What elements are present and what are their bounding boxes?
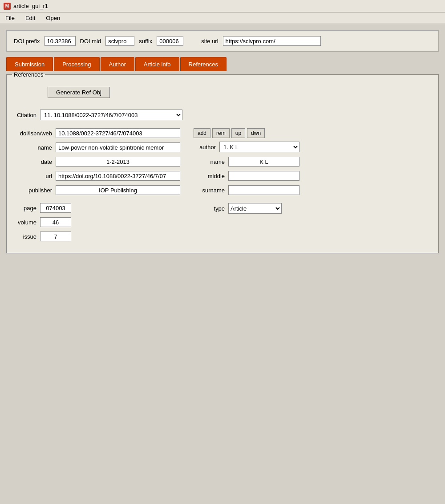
site-url-input[interactable] xyxy=(223,36,321,46)
generate-ref-btn[interactable]: Generate Ref Obj xyxy=(48,87,110,98)
references-panel: References Generate Ref Obj Citation 11.… xyxy=(6,71,439,253)
author-middle-label: middle xyxy=(198,173,225,179)
name-row: name xyxy=(12,142,180,152)
citation-select[interactable]: 11. 10.1088/0022-3727/46/7/074003 xyxy=(40,110,182,120)
tab-processing[interactable]: Processing xyxy=(54,57,99,71)
doi-isbn-web-row: doi/isbn/web xyxy=(12,128,180,138)
doi-prefix-input[interactable] xyxy=(44,36,76,46)
right-fields: add rem up dwn author 1. K L nam xyxy=(194,128,299,246)
author-surname-input[interactable] xyxy=(228,185,299,195)
publisher-row: publisher xyxy=(12,185,180,195)
menu-edit[interactable]: Edit xyxy=(24,14,37,22)
author-surname-label: surname xyxy=(198,187,225,194)
doi-mid-label: DOI mid xyxy=(80,38,101,45)
type-label: type xyxy=(198,205,225,212)
page-label: page xyxy=(12,205,36,211)
issue-label: issue xyxy=(12,233,36,240)
citation-label: Citation xyxy=(12,112,36,118)
url-label: url xyxy=(12,173,52,179)
up-btn[interactable]: up xyxy=(231,128,245,138)
volume-label: volume xyxy=(12,219,36,226)
publisher-label: publisher xyxy=(12,187,52,194)
site-url-label: site url xyxy=(201,38,218,45)
type-row: type Article Book Conference Other xyxy=(198,203,299,214)
doi-isbn-web-label: doi/isbn/web xyxy=(12,130,52,137)
suffix-label: suffix xyxy=(139,38,152,45)
doi-prefix-label: DOI prefix xyxy=(14,38,40,45)
menu-file[interactable]: File xyxy=(4,14,16,22)
menu-bar: File Edit Open xyxy=(0,12,445,24)
date-input[interactable] xyxy=(56,157,180,167)
rem-btn[interactable]: rem xyxy=(212,128,230,138)
doi-suffix-input[interactable] xyxy=(157,36,183,46)
date-label: date xyxy=(12,159,52,165)
page-input[interactable] xyxy=(40,203,71,213)
title-bar: M article_gui_r1 xyxy=(0,0,445,12)
tab-article-info[interactable]: Article info xyxy=(135,57,179,71)
bottom-fields: page volume issue xyxy=(12,203,180,241)
type-select[interactable]: Article Book Conference Other xyxy=(228,203,282,214)
tab-references[interactable]: References xyxy=(180,57,227,71)
tabs-row: Submission Processing Author Article inf… xyxy=(6,57,439,71)
volume-input[interactable] xyxy=(40,217,71,227)
url-row: url xyxy=(12,171,180,181)
author-label: author xyxy=(194,144,216,150)
issue-row: issue xyxy=(12,232,180,241)
author-middle-row: middle xyxy=(198,171,299,181)
date-row: date xyxy=(12,157,180,167)
author-controls: add rem up dwn xyxy=(194,128,299,138)
author-select[interactable]: 1. K L xyxy=(219,142,299,152)
doi-isbn-web-input[interactable] xyxy=(56,128,180,138)
publisher-input[interactable] xyxy=(56,185,180,195)
menu-open[interactable]: Open xyxy=(44,14,62,22)
top-bar: DOI prefix DOI mid suffix site url xyxy=(6,30,439,52)
window-title: article_gui_r1 xyxy=(13,3,48,9)
app-icon: M xyxy=(4,3,11,10)
url-input[interactable] xyxy=(56,171,180,181)
add-btn[interactable]: add xyxy=(194,128,210,138)
author-middle-input[interactable] xyxy=(228,171,299,181)
page-row: page xyxy=(12,203,180,213)
main-content: DOI prefix DOI mid suffix site url Submi… xyxy=(0,24,445,260)
dwn-btn[interactable]: dwn xyxy=(247,128,265,138)
citation-row: Citation 11. 10.1088/0022-3727/46/7/0740… xyxy=(12,110,433,120)
main-fields-area: doi/isbn/web name date url xyxy=(12,128,433,246)
doi-mid-input[interactable] xyxy=(105,36,134,46)
author-name-input[interactable] xyxy=(228,157,299,167)
name-label: name xyxy=(12,144,52,151)
author-name-label: name xyxy=(198,159,225,165)
author-name-row: name xyxy=(198,157,299,167)
author-select-row: author 1. K L xyxy=(194,142,299,152)
volume-row: volume xyxy=(12,217,180,227)
references-legend: References xyxy=(12,71,45,78)
name-input[interactable] xyxy=(56,142,180,152)
left-fields: doi/isbn/web name date url xyxy=(12,128,180,246)
author-surname-row: surname xyxy=(198,185,299,195)
tab-author[interactable]: Author xyxy=(101,57,134,71)
tab-submission[interactable]: Submission xyxy=(6,57,53,71)
issue-input[interactable] xyxy=(40,232,71,241)
